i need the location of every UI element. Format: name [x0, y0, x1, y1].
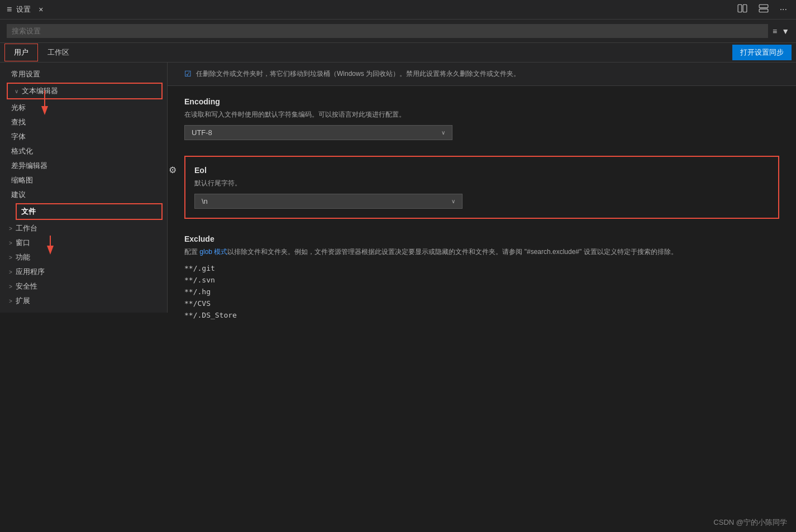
- content-area: ☑ 任删除文件或文件夹时，将它们移动到垃圾桶（Windows 为回收站）。禁用此…: [168, 63, 796, 531]
- svg-rect-0: [738, 4, 742, 12]
- chevron-right-ext-icon: >: [9, 298, 12, 304]
- search-input[interactable]: [12, 27, 763, 35]
- sidebar-item-minimap[interactable]: 缩略图: [0, 173, 167, 188]
- window-label: 窗口: [16, 238, 30, 248]
- svg-rect-3: [759, 9, 768, 12]
- filter-icon[interactable]: ▼: [781, 27, 789, 36]
- title-bar: ≡ 设置 × ···: [0, 0, 796, 20]
- close-button[interactable]: ×: [35, 4, 46, 15]
- more-icon[interactable]: ···: [778, 3, 789, 16]
- split-editor-icon[interactable]: [735, 2, 750, 17]
- extension-label: 扩展: [16, 296, 30, 306]
- format-label: 格式化: [11, 146, 33, 156]
- workbench-label: 工作台: [16, 223, 37, 233]
- chevron-right-window-icon: >: [9, 240, 12, 246]
- security-label: 安全性: [16, 281, 37, 291]
- eol-dropdown[interactable]: \n ∨: [194, 194, 463, 209]
- notice-text: 任删除文件或文件夹时，将它们移动到垃圾桶（Windows 为回收站）。禁用此设置…: [196, 69, 520, 79]
- settings-title: 设置: [16, 4, 31, 15]
- eol-section: Eol 默认行尾字符。 \n ∨: [184, 156, 779, 219]
- exclude-section: Exclude 配置 glob 模式以排除文件和文件夹。例如，文件资源管理器根据…: [184, 234, 779, 321]
- file-label: 文件: [21, 207, 36, 217]
- common-settings-label: 常用设置: [11, 69, 40, 79]
- sync-button[interactable]: 打开设置同步: [732, 45, 792, 60]
- tab-user[interactable]: 用户: [4, 44, 38, 61]
- list-item: **/.svn: [184, 274, 779, 286]
- application-label: 应用程序: [16, 267, 45, 277]
- encoding-dropdown[interactable]: UTF-8 ∨: [184, 125, 452, 140]
- chevron-down-icon: ∨: [15, 88, 18, 94]
- watermark: CSDN @宁的小陈同学: [713, 517, 787, 528]
- search-input-wrap[interactable]: [7, 24, 768, 38]
- tabs-bar: 用户 工作区 打开设置同步: [0, 43, 796, 63]
- chevron-right-app-icon: >: [9, 269, 12, 275]
- menu-icon[interactable]: ≡: [7, 4, 12, 15]
- sidebar-item-text-editor[interactable]: ∨ 文本编辑器: [8, 84, 161, 98]
- cursor-label: 光标: [11, 103, 26, 113]
- eol-wrapper: ⚙ Eol 默认行尾字符。 \n ∨: [184, 156, 779, 219]
- text-editor-label: 文本编辑器: [22, 86, 58, 96]
- sidebar: 常用设置 ∨ 文本编辑器 光标 查找 字体 格式化 差异编: [0, 63, 168, 313]
- exclude-desc: 配置 glob 模式以排除文件和文件夹。例如，文件资源管理器根据此设置决定要显示…: [184, 247, 779, 257]
- eol-desc: 默认行尾字符。: [194, 178, 769, 188]
- chevron-right-security-icon: >: [9, 284, 12, 290]
- encoding-desc: 在读取和写入文件时使用的默认字符集编码。可以按语言对此项进行配置。: [184, 109, 779, 119]
- search-actions: ≡ ▼: [773, 27, 789, 36]
- diff-editor-label: 差异编辑器: [11, 161, 47, 171]
- suggest-label: 建议: [11, 190, 26, 200]
- layout-icon[interactable]: [756, 2, 771, 17]
- sidebar-item-file[interactable]: 文件: [17, 204, 161, 219]
- sidebar-item-application[interactable]: > 应用程序: [0, 265, 167, 279]
- minimap-label: 缩略图: [11, 175, 33, 185]
- title-bar-right: ···: [735, 2, 789, 17]
- encoding-dropdown-arrow: ∨: [441, 130, 445, 136]
- svg-rect-2: [759, 4, 768, 8]
- search-bar: ≡ ▼: [0, 20, 796, 43]
- title-bar-left: ≡ 设置 ×: [7, 4, 47, 15]
- sidebar-item-find[interactable]: 查找: [0, 115, 167, 130]
- list-item: **/.git: [184, 262, 779, 274]
- eol-value: \n: [202, 197, 208, 205]
- sidebar-item-security[interactable]: > 安全性: [0, 279, 167, 294]
- sidebar-item-extension[interactable]: > 扩展: [0, 294, 167, 308]
- tab-workspace[interactable]: 工作区: [38, 44, 79, 61]
- chevron-right-workbench-icon: >: [9, 226, 12, 232]
- svg-rect-1: [743, 4, 747, 12]
- sidebar-item-suggest[interactable]: 建议: [0, 188, 167, 202]
- list-item: **/.hg: [184, 286, 779, 298]
- eol-title: Eol: [194, 166, 769, 175]
- sidebar-item-format[interactable]: 格式化: [0, 144, 167, 159]
- encoding-title: Encoding: [184, 97, 779, 106]
- settings-list-icon[interactable]: ≡: [773, 27, 777, 36]
- main-layout: 常用设置 ∨ 文本编辑器 光标 查找 字体 格式化 差异编: [0, 63, 796, 531]
- sidebar-wrapper: 常用设置 ∨ 文本编辑器 光标 查找 字体 格式化 差异编: [0, 63, 168, 531]
- sidebar-item-diff-editor[interactable]: 差异编辑器: [0, 159, 167, 173]
- tabs-left: 用户 工作区: [4, 44, 79, 61]
- sidebar-item-font[interactable]: 字体: [0, 130, 167, 144]
- exclude-title: Exclude: [184, 234, 779, 243]
- encoding-value: UTF-8: [192, 128, 212, 137]
- gear-icon[interactable]: ⚙: [169, 165, 177, 175]
- function-label: 功能: [16, 252, 30, 262]
- list-item: **/CVS: [184, 298, 779, 309]
- eol-dropdown-arrow: ∨: [451, 198, 455, 204]
- find-label: 查找: [11, 117, 26, 127]
- sidebar-item-common[interactable]: 常用设置: [0, 67, 167, 82]
- encoding-section: Encoding 在读取和写入文件时使用的默认字符集编码。可以按语言对此项进行配…: [184, 97, 779, 140]
- sidebar-item-cursor[interactable]: 光标: [0, 100, 167, 115]
- list-item: **/.DS_Store: [184, 309, 779, 321]
- sidebar-item-workbench[interactable]: > 工作台: [0, 221, 167, 236]
- top-notice: ☑ 任删除文件或文件夹时，将它们移动到垃圾桶（Windows 为回收站）。禁用此…: [168, 63, 796, 86]
- chevron-right-function-icon: >: [9, 255, 12, 261]
- checkbox-checked-icon: ☑: [184, 69, 192, 79]
- glob-link[interactable]: glob 模式: [199, 248, 227, 256]
- sidebar-item-window[interactable]: > 窗口: [0, 236, 167, 250]
- font-label: 字体: [11, 132, 26, 142]
- sidebar-item-function[interactable]: > 功能: [0, 250, 167, 265]
- file-list: **/.git **/.svn **/.hg **/CVS **/.DS_Sto…: [184, 262, 779, 321]
